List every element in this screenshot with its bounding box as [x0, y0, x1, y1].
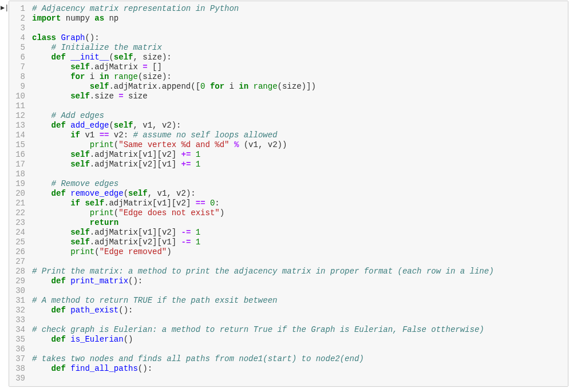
code-line[interactable]: print("Edge does not exist") — [32, 208, 563, 218]
line-number: 20 — [9, 189, 25, 199]
code-line[interactable]: # Adjacency matrix representation in Pyt… — [32, 4, 563, 14]
code-line[interactable]: # Add edges — [32, 111, 563, 121]
code-line[interactable] — [32, 286, 563, 296]
code-editor[interactable]: # Adjacency matrix representation in Pyt… — [30, 1, 568, 386]
code-line[interactable]: for i in range(size): — [32, 72, 563, 82]
code-line[interactable]: # Initialize the matrix — [32, 43, 563, 53]
code-line[interactable]: self.adjMatrix = [] — [32, 62, 563, 72]
line-number: 23 — [9, 218, 25, 228]
code-line[interactable]: print("Same vertex %d and %d" % (v1, v2)… — [32, 140, 563, 150]
code-line[interactable]: if self.adjMatrix[v1][v2] == 0: — [32, 199, 563, 208]
line-number: 9 — [9, 82, 25, 92]
line-number: 3 — [9, 23, 25, 33]
code-line[interactable]: return — [32, 218, 563, 228]
code-line[interactable]: def path_exist(): — [32, 306, 563, 315]
line-number: 12 — [9, 111, 25, 121]
line-number: 16 — [9, 150, 25, 160]
code-line[interactable]: self.adjMatrix[v2][v1] += 1 — [32, 160, 563, 169]
line-number: 36 — [9, 345, 25, 354]
code-line[interactable]: if v1 == v2: # assume no self loops allo… — [32, 130, 563, 140]
code-line[interactable]: print("Edge removed") — [32, 247, 563, 257]
line-number: 21 — [9, 199, 25, 208]
line-number: 4 — [9, 33, 25, 43]
line-number: 7 — [9, 62, 25, 72]
code-cell[interactable]: 1234567891011121314151617181920212223242… — [9, 1, 568, 387]
line-number: 35 — [9, 335, 25, 345]
line-number: 37 — [9, 354, 25, 364]
code-line[interactable]: self.adjMatrix[v1][v2] -= 1 — [32, 228, 563, 237]
code-line[interactable]: # check graph is Eulerian: a method to r… — [32, 325, 563, 335]
notebook-wrapper: ▶| 1234567891011121314151617181920212223… — [0, 0, 569, 387]
line-number: 6 — [9, 53, 25, 62]
line-number: 13 — [9, 121, 25, 130]
code-line[interactable]: self.adjMatrix[v2][v1] -= 1 — [32, 237, 563, 247]
code-line[interactable]: def add_edge(self, v1, v2): — [32, 121, 563, 130]
line-number: 34 — [9, 325, 25, 335]
code-line[interactable]: self.adjMatrix.append([0 for i in range(… — [32, 82, 563, 92]
line-number: 1 — [9, 4, 25, 14]
code-line[interactable] — [32, 23, 563, 33]
line-number: 29 — [9, 276, 25, 286]
code-line[interactable]: def is_Eulerian() — [32, 335, 563, 345]
line-number: 31 — [9, 296, 25, 306]
code-line[interactable] — [32, 169, 563, 179]
code-line[interactable] — [32, 315, 563, 325]
line-number: 39 — [9, 374, 25, 383]
line-number: 27 — [9, 257, 25, 267]
line-number: 25 — [9, 237, 25, 247]
code-line[interactable]: # Remove edges — [32, 179, 563, 189]
code-line[interactable]: # A method to return TRUE if the path ex… — [32, 296, 563, 306]
code-line[interactable]: self.adjMatrix[v1][v2] += 1 — [32, 150, 563, 160]
line-number: 14 — [9, 130, 25, 140]
code-line[interactable] — [32, 101, 563, 111]
line-number: 17 — [9, 160, 25, 169]
line-number: 8 — [9, 72, 25, 82]
line-number: 33 — [9, 315, 25, 325]
line-number: 18 — [9, 169, 25, 179]
line-number: 32 — [9, 306, 25, 315]
code-line[interactable]: def __init__(self, size): — [32, 53, 563, 62]
line-number: 24 — [9, 228, 25, 237]
line-number: 5 — [9, 43, 25, 53]
code-line[interactable]: class Graph(): — [32, 33, 563, 43]
line-number: 22 — [9, 208, 25, 218]
line-number: 28 — [9, 267, 25, 276]
code-line[interactable] — [32, 374, 563, 383]
line-number: 15 — [9, 140, 25, 150]
line-number: 30 — [9, 286, 25, 296]
code-line[interactable]: # Print the matrix: a method to print th… — [32, 267, 563, 276]
code-line[interactable]: def find_all_paths(): — [32, 364, 563, 374]
code-line[interactable]: # takes two nodes and finds all paths fr… — [32, 354, 563, 364]
line-number: 10 — [9, 92, 25, 101]
code-line[interactable]: def remove_edge(self, v1, v2): — [32, 189, 563, 199]
line-number: 11 — [9, 101, 25, 111]
code-line[interactable]: def print_matrix(): — [32, 276, 563, 286]
code-line[interactable]: import numpy as np — [32, 14, 563, 23]
line-number: 2 — [9, 14, 25, 23]
code-line[interactable]: self.size = size — [32, 92, 563, 101]
line-number: 38 — [9, 364, 25, 374]
line-number: 26 — [9, 247, 25, 257]
code-line[interactable] — [32, 257, 563, 267]
line-number: 19 — [9, 179, 25, 189]
line-number-gutter: 1234567891011121314151617181920212223242… — [9, 1, 30, 386]
cell-run-prompt[interactable]: ▶| — [1, 1, 9, 12]
code-line[interactable] — [32, 345, 563, 354]
